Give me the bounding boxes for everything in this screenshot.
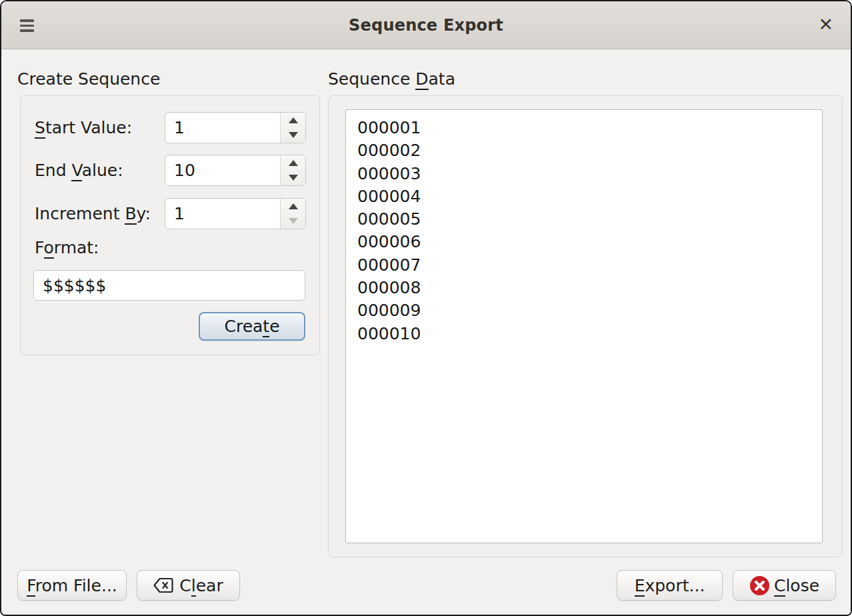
spin-up-icon[interactable] [281, 199, 305, 214]
list-item: 000004 [357, 185, 822, 208]
list-item: 000009 [357, 299, 822, 322]
close-button[interactable]: Close [733, 570, 836, 601]
export-button[interactable]: Export... [617, 570, 723, 601]
spin-down-icon[interactable] [281, 214, 305, 229]
titlebar: Sequence Export ✕ [1, 1, 851, 49]
sequence-export-dialog: Sequence Export ✕ Create Sequence Start … [0, 0, 852, 616]
create-button-label: Create [224, 317, 279, 336]
increment-by-label: Increment By: [35, 198, 151, 229]
dialog-content: Create Sequence Start Value: End Value: … [1, 50, 851, 615]
spin-down-icon[interactable] [281, 171, 305, 186]
clear-button-label: Clear [179, 576, 223, 595]
sequence-data-heading: Sequence Data [328, 69, 455, 89]
list-item: 000005 [357, 208, 822, 231]
close-circle-icon [749, 575, 770, 596]
create-button[interactable]: Create [199, 312, 305, 341]
start-value-spin-buttons [280, 113, 305, 143]
format-label: Format: [35, 238, 99, 257]
end-value-spinner [165, 155, 306, 186]
create-sequence-heading: Create Sequence [17, 69, 160, 89]
list-item: 000003 [357, 163, 822, 185]
start-value-input[interactable] [165, 113, 280, 143]
window-close-icon[interactable]: ✕ [818, 15, 833, 33]
end-value-spin-buttons [280, 155, 305, 185]
increment-by-input[interactable] [165, 199, 280, 229]
list-item: 000001 [357, 117, 822, 139]
list-item: 000007 [357, 254, 822, 277]
sequence-data-list[interactable]: 0000010000020000030000040000050000060000… [345, 109, 823, 543]
end-value-label: End Value: [35, 155, 123, 186]
from-file-button-label: From File... [27, 576, 117, 595]
spin-up-icon[interactable] [281, 113, 305, 128]
start-value-spinner [165, 112, 306, 143]
list-item: 000006 [357, 231, 822, 253]
format-input[interactable] [33, 270, 305, 301]
close-button-label: Close [774, 576, 819, 595]
export-button-label: Export... [635, 576, 705, 595]
spin-down-icon[interactable] [281, 128, 305, 143]
backspace-icon [153, 577, 173, 593]
list-item: 000002 [357, 139, 822, 162]
from-file-button[interactable]: From File... [17, 570, 127, 601]
end-value-input[interactable] [165, 155, 280, 185]
window-title: Sequence Export [1, 1, 851, 49]
list-item: 000008 [357, 277, 822, 299]
increment-by-spinner [165, 198, 306, 229]
list-item: 000010 [357, 323, 822, 345]
increment-by-spin-buttons [280, 199, 305, 229]
start-value-label: Start Value: [35, 112, 132, 143]
spin-up-icon[interactable] [281, 155, 305, 171]
clear-button[interactable]: Clear [137, 570, 240, 601]
